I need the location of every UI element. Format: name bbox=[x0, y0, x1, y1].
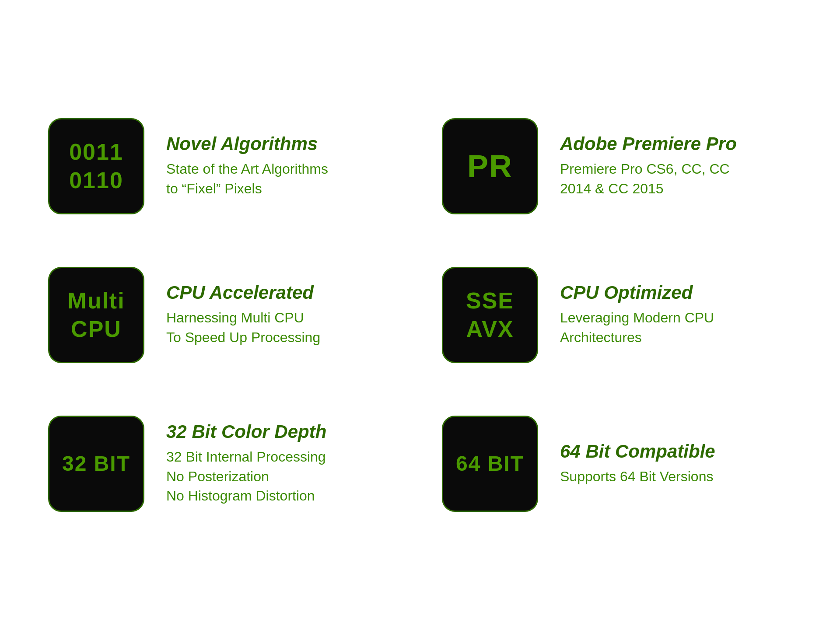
feature-item-cpu-optimized: SSEAVXCPU OptimizedLeveraging Modern CPU… bbox=[442, 267, 792, 363]
feature-item-32-bit-color-depth: 32 BIT32 Bit Color Depth32 Bit Internal … bbox=[48, 416, 398, 512]
cpu-accelerated-title: CPU Accelerated bbox=[166, 283, 320, 303]
novel-algorithms-icon-text: 00110110 bbox=[69, 138, 123, 195]
64-bit-compatible-icon-text: 64 BIT bbox=[456, 451, 524, 477]
feature-item-cpu-accelerated: MultiCPUCPU AcceleratedHarnessing Multi … bbox=[48, 267, 398, 363]
cpu-optimized-desc: Leveraging Modern CPUArchitectures bbox=[560, 308, 714, 347]
adobe-premiere-pro-icon: PR bbox=[442, 118, 538, 214]
cpu-optimized-icon-text: SSEAVX bbox=[466, 287, 514, 343]
adobe-premiere-pro-desc: Premiere Pro CS6, CC, CC2014 & CC 2015 bbox=[560, 159, 737, 199]
cpu-accelerated-content: CPU AcceleratedHarnessing Multi CPUTo Sp… bbox=[166, 283, 320, 347]
cpu-accelerated-icon: MultiCPU bbox=[48, 267, 144, 363]
32-bit-color-depth-title: 32 Bit Color Depth bbox=[166, 422, 326, 442]
cpu-accelerated-icon-text: MultiCPU bbox=[67, 287, 125, 343]
32-bit-color-depth-icon: 32 BIT bbox=[48, 416, 144, 512]
cpu-accelerated-desc: Harnessing Multi CPUTo Speed Up Processi… bbox=[166, 308, 320, 347]
64-bit-compatible-content: 64 Bit CompatibleSupports 64 Bit Version… bbox=[560, 441, 715, 486]
32-bit-color-depth-desc: 32 Bit Internal ProcessingNo Posterizati… bbox=[166, 447, 326, 506]
feature-row-2: 32 BIT32 Bit Color Depth32 Bit Internal … bbox=[48, 416, 792, 512]
64-bit-compatible-title: 64 Bit Compatible bbox=[560, 441, 715, 462]
feature-item-novel-algorithms: 00110110Novel AlgorithmsState of the Art… bbox=[48, 118, 398, 214]
feature-row-0: 00110110Novel AlgorithmsState of the Art… bbox=[48, 118, 792, 214]
novel-algorithms-title: Novel Algorithms bbox=[166, 134, 328, 154]
novel-algorithms-icon: 00110110 bbox=[48, 118, 144, 214]
64-bit-compatible-desc: Supports 64 Bit Versions bbox=[560, 467, 715, 486]
feature-item-adobe-premiere-pro: PRAdobe Premiere ProPremiere Pro CS6, CC… bbox=[442, 118, 792, 214]
64-bit-compatible-icon: 64 BIT bbox=[442, 416, 538, 512]
cpu-optimized-icon: SSEAVX bbox=[442, 267, 538, 363]
cpu-optimized-content: CPU OptimizedLeveraging Modern CPUArchit… bbox=[560, 283, 714, 347]
adobe-premiere-pro-content: Adobe Premiere ProPremiere Pro CS6, CC, … bbox=[560, 134, 737, 199]
adobe-premiere-pro-icon-text: PR bbox=[467, 147, 513, 186]
main-container: 00110110Novel AlgorithmsState of the Art… bbox=[48, 118, 792, 512]
32-bit-color-depth-content: 32 Bit Color Depth32 Bit Internal Proces… bbox=[166, 422, 326, 506]
feature-row-1: MultiCPUCPU AcceleratedHarnessing Multi … bbox=[48, 267, 792, 363]
feature-item-64-bit-compatible: 64 BIT64 Bit CompatibleSupports 64 Bit V… bbox=[442, 416, 792, 512]
adobe-premiere-pro-title: Adobe Premiere Pro bbox=[560, 134, 737, 154]
novel-algorithms-desc: State of the Art Algorithmsto “Fixel” Pi… bbox=[166, 159, 328, 199]
novel-algorithms-content: Novel AlgorithmsState of the Art Algorit… bbox=[166, 134, 328, 199]
cpu-optimized-title: CPU Optimized bbox=[560, 283, 714, 303]
32-bit-color-depth-icon-text: 32 BIT bbox=[62, 451, 130, 477]
